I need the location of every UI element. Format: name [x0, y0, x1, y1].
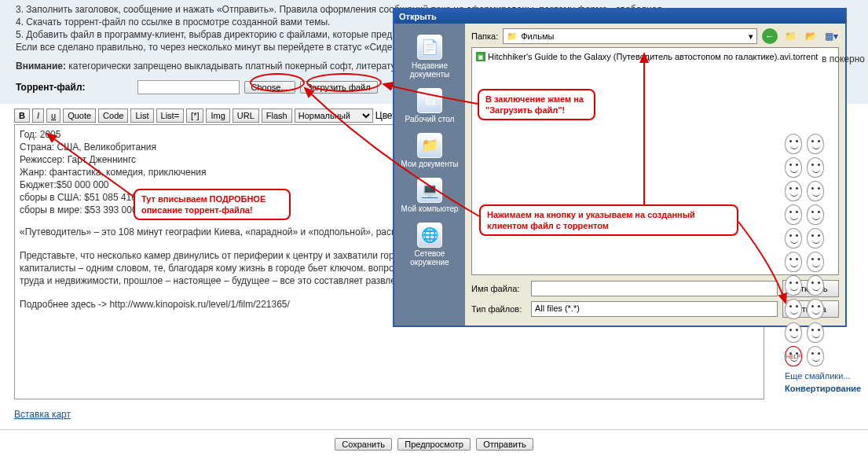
- up-icon[interactable]: 📁: [782, 28, 798, 44]
- save-button[interactable]: Сохранить: [335, 438, 392, 451]
- smiley[interactable]: [807, 204, 824, 225]
- underline-button[interactable]: u: [46, 109, 60, 123]
- view-icon[interactable]: ▦▾: [823, 28, 839, 44]
- filename-input[interactable]: [531, 281, 778, 296]
- annotation-click: Нажимаем на кнопку и указываем на создан…: [479, 204, 738, 236]
- computer-icon: 💻: [417, 178, 442, 203]
- smiley[interactable]: [807, 181, 824, 201]
- smiley[interactable]: [785, 204, 802, 225]
- warning-label: Внимание:: [16, 61, 66, 72]
- annotation-circle-choose: [250, 73, 305, 92]
- folder-select[interactable]: 📁Фильмы▾: [503, 28, 757, 44]
- folder-label: Папка:: [471, 31, 498, 41]
- submit-button[interactable]: Отправить: [476, 438, 533, 451]
- dialog-titlebar: Открыть: [394, 9, 845, 24]
- smiley[interactable]: [785, 181, 802, 201]
- smiley[interactable]: [785, 157, 802, 178]
- torrent-file-input[interactable]: [137, 80, 240, 94]
- img-button[interactable]: Img: [206, 109, 229, 123]
- sidebar-item-recent[interactable]: 📄Недавние документы: [394, 30, 465, 83]
- smiley[interactable]: [807, 346, 824, 366]
- filename-label: Имя файла:: [471, 284, 526, 293]
- smiley[interactable]: [807, 134, 824, 154]
- smiley[interactable]: [807, 228, 824, 248]
- warning-tail: в покерно: [822, 53, 865, 64]
- list-eq-button[interactable]: List=: [156, 109, 185, 123]
- list-button[interactable]: List: [130, 109, 153, 123]
- torrent-label: Торрент-файл:: [16, 82, 86, 93]
- italic-button[interactable]: I: [32, 109, 44, 123]
- sidebar-item-mydocs[interactable]: 📁Мои документы: [394, 128, 465, 173]
- sidebar-item-mycomp[interactable]: 💻Мой компьютер: [394, 173, 465, 218]
- smiley[interactable]: [785, 322, 802, 343]
- dialog-title: Открыть: [399, 12, 437, 21]
- smiley[interactable]: [807, 275, 824, 296]
- smiley[interactable]: [785, 228, 802, 248]
- desktop-icon: 🖥: [417, 88, 442, 113]
- preview-button[interactable]: Предпросмотр: [397, 438, 471, 451]
- open-file-dialog: Открыть 📄Недавние документы 🖥Рабочий сто…: [393, 8, 847, 327]
- size-select[interactable]: Нормальный: [295, 109, 373, 123]
- annotation-circle-upload: [306, 73, 382, 92]
- sidebar-item-desktop[interactable]: 🖥Рабочий стол: [394, 83, 465, 128]
- annotation-description: Тут вписываем ПОДРОБНОЕ описание торрент…: [134, 189, 291, 220]
- annotation-upload: В заключение жмем на"Загрузить файл"!: [478, 89, 595, 120]
- back-icon[interactable]: ←: [762, 28, 778, 44]
- convert-link[interactable]: Конвертирование: [785, 384, 863, 393]
- smiley[interactable]: [785, 252, 802, 272]
- smiley[interactable]: [785, 299, 802, 319]
- torrent-file-icon: ▣: [476, 52, 485, 61]
- folder-icon: 📁: [417, 133, 442, 158]
- file-item[interactable]: ▣ Hitchhiker's Guide to the Galaxy (Путе…: [475, 51, 835, 62]
- list-item-button[interactable]: [*]: [186, 109, 203, 123]
- smiley[interactable]: [785, 275, 802, 296]
- smiley-picker: HELP Еще смайлики... Конвертирование: [785, 134, 863, 393]
- url-button[interactable]: URL: [233, 109, 259, 123]
- flash-button[interactable]: Flash: [262, 109, 292, 123]
- filetype-select[interactable]: All files (*.*): [531, 301, 778, 317]
- recent-icon: 📄: [417, 35, 442, 60]
- quote-button[interactable]: Quote: [63, 109, 96, 123]
- network-icon: 🌐: [417, 223, 442, 248]
- sidebar-item-network[interactable]: 🌐Сетевое окружение: [394, 218, 465, 271]
- smiley[interactable]: [807, 322, 824, 343]
- smiley[interactable]: [785, 134, 802, 154]
- filetype-label: Тип файлов:: [471, 304, 526, 314]
- file-list[interactable]: ▣ Hitchhiker's Guide to the Galaxy (Путе…: [471, 47, 839, 275]
- code-button[interactable]: Code: [98, 109, 128, 123]
- insert-maps-link[interactable]: Вставка карт: [0, 404, 868, 425]
- more-smileys-link[interactable]: Еще смайлики...: [785, 371, 863, 381]
- smiley[interactable]: [807, 157, 824, 178]
- smiley-help[interactable]: HELP: [785, 346, 802, 366]
- folder-icon: 📁: [507, 31, 518, 42]
- smiley[interactable]: [807, 252, 824, 272]
- new-folder-icon[interactable]: 📂: [803, 28, 819, 44]
- smiley[interactable]: [807, 299, 824, 319]
- bold-button[interactable]: B: [14, 109, 30, 123]
